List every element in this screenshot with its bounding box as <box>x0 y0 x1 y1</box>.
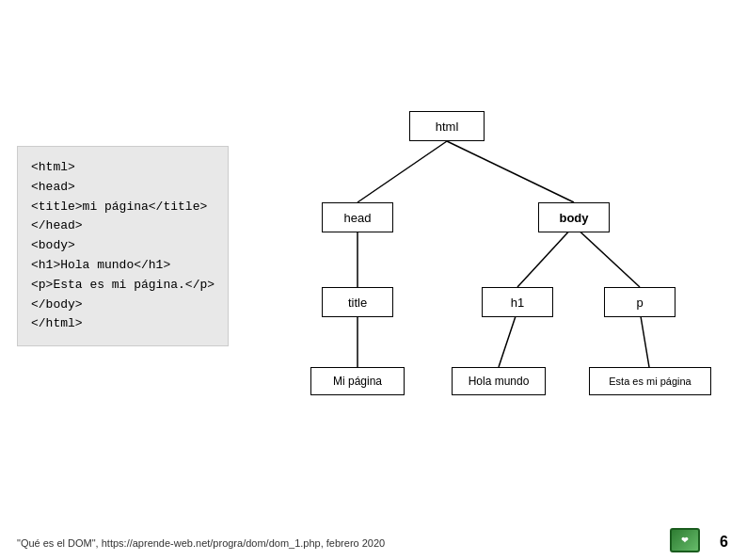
node-holamundo: Hola mundo <box>452 367 546 395</box>
code-line-8: </body> <box>31 296 215 315</box>
node-estapagina: Esta es mi página <box>589 367 711 395</box>
code-line-2: <head> <box>31 178 215 198</box>
node-body: body <box>538 202 610 232</box>
svg-line-7 <box>640 311 649 367</box>
code-line-7: <p>Esta es mi página.</p> <box>31 276 215 296</box>
code-line-3: <title>mi página</title> <box>31 198 215 217</box>
svg-line-3 <box>517 226 574 287</box>
footer-citation: "Qué es el DOM", https://aprende-web.net… <box>17 537 385 549</box>
code-line-9: </html> <box>31 314 215 334</box>
tree-connector-lines <box>263 94 724 414</box>
node-html: html <box>409 111 485 141</box>
code-panel: <html> <head> <title>mi página</title> <… <box>17 146 229 346</box>
svg-line-1 <box>447 141 574 202</box>
node-head: head <box>322 202 393 232</box>
logo-badge: ❤ <box>670 528 700 552</box>
svg-line-4 <box>574 226 640 287</box>
svg-line-6 <box>499 311 517 367</box>
node-p: p <box>604 287 675 317</box>
dom-tree-diagram: html head body title h1 p Mi página Hola… <box>263 94 724 414</box>
page-number: 6 <box>720 534 728 551</box>
node-h1: h1 <box>482 287 553 317</box>
code-line-6: <h1>Hola mundo</h1> <box>31 256 215 276</box>
code-line-5: <body> <box>31 236 215 256</box>
code-line-4: </head> <box>31 216 215 236</box>
node-title: title <box>322 287 393 317</box>
svg-line-0 <box>358 141 447 202</box>
node-mipagina: Mi página <box>310 367 405 395</box>
code-line-1: <html> <box>31 158 215 178</box>
